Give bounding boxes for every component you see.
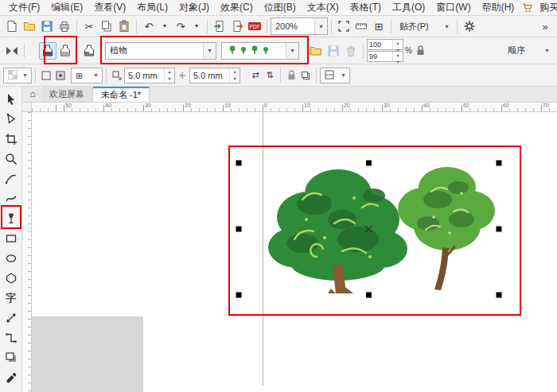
ellipse-tool[interactable]	[1, 248, 21, 268]
shape-tool[interactable]	[1, 109, 21, 129]
pattern-category-dropdown-icon[interactable]: ▾	[203, 43, 216, 59]
tile-height-steppers[interactable]: ▴▾	[229, 68, 240, 83]
order-dropdown[interactable]: 顺序 ▾	[503, 42, 554, 60]
selection-handle[interactable]	[497, 227, 502, 232]
tile-dropdown-icon[interactable]: ▾	[90, 68, 102, 83]
transparency-target-button[interactable]	[53, 68, 68, 83]
tile-link-icon[interactable]	[175, 68, 189, 83]
selection-handle[interactable]	[497, 293, 502, 298]
wrap-dropdown-icon[interactable]: ▾	[337, 68, 349, 83]
options-gear-icon[interactable]	[461, 17, 478, 35]
print-button[interactable]	[56, 17, 73, 35]
menu-item-view[interactable]: 查看(V)	[88, 1, 131, 14]
copy-button[interactable]	[98, 17, 115, 35]
pattern-preview-picker[interactable]: ▾	[221, 42, 299, 60]
snap-dropdown-icon[interactable]: ▾	[441, 18, 453, 34]
drawing-canvas[interactable]	[32, 112, 557, 392]
left-tree[interactable]	[268, 169, 407, 293]
tile-width-field[interactable]: 5.0 mm ▴▾	[124, 68, 175, 83]
open-pattern-button[interactable]	[307, 42, 325, 60]
delete-pattern-button[interactable]	[342, 42, 360, 60]
cut-button[interactable]: ✂	[80, 17, 98, 35]
show-rulers-button[interactable]	[353, 17, 370, 35]
menu-item-edit[interactable]: 编辑(E)	[45, 1, 88, 14]
import-button[interactable]	[211, 17, 228, 35]
transparency-tool[interactable]	[1, 208, 21, 228]
tab-welcome-screen[interactable]: 欢迎屏幕	[41, 87, 93, 102]
selection-handle[interactable]	[366, 293, 372, 298]
undo-dropdown-icon[interactable]: ▾	[158, 19, 172, 33]
background-transparency-steppers[interactable]: ▴▾	[392, 52, 403, 61]
dimension-tool[interactable]	[1, 308, 21, 328]
right-tree[interactable]	[398, 167, 495, 290]
copy-properties-button[interactable]	[298, 68, 313, 83]
menu-item-effects[interactable]: 效果(C)	[215, 1, 259, 14]
eyedropper-tool[interactable]	[1, 367, 21, 387]
menu-item-tools[interactable]: 工具(O)	[387, 1, 430, 14]
edit-transparency-button[interactable]	[39, 68, 53, 83]
selection-handle[interactable]	[236, 227, 242, 232]
menu-item-buy[interactable]: 购买	[534, 1, 557, 14]
connector-tool[interactable]	[1, 328, 21, 347]
vertical-ruler[interactable]	[22, 112, 32, 392]
transparency-picker-mini[interactable]: ▾	[3, 68, 32, 83]
tab-untitled-document[interactable]: 未命名 -1*	[93, 87, 150, 102]
transparency-type-icon[interactable]	[3, 42, 21, 60]
crop-tool[interactable]	[1, 129, 21, 149]
new-document-button[interactable]	[3, 17, 21, 35]
show-grid-button[interactable]: ⊞	[370, 17, 388, 35]
undo-button[interactable]: ↶	[140, 17, 158, 35]
selection-handle[interactable]	[366, 161, 372, 166]
fullscreen-preview-button[interactable]	[335, 17, 353, 35]
menu-item-text[interactable]: 文本(X)	[302, 1, 345, 14]
fountain-transparency-button[interactable]	[56, 42, 74, 60]
menu-item-file[interactable]: 文件(F)	[3, 1, 45, 14]
paste-button[interactable]	[115, 17, 133, 35]
trees-drawing[interactable]	[223, 144, 525, 343]
menu-item-table[interactable]: 表格(T)	[345, 1, 387, 14]
tile-arrangement-dropdown[interactable]: ⊞ ▾	[71, 68, 103, 83]
rectangle-tool[interactable]	[1, 228, 21, 248]
selection-handle[interactable]	[236, 293, 242, 298]
publish-pdf-button[interactable]: PDF	[246, 17, 263, 35]
pattern-category-select[interactable]: 植物 ▾	[105, 42, 216, 60]
mini-picker-dropdown-icon[interactable]: ▾	[19, 68, 31, 83]
selection-handle[interactable]	[497, 161, 502, 166]
tile-height-field[interactable]: 5.0 mm ▴▾	[189, 68, 240, 83]
tile-width-steppers[interactable]: ▴▾	[164, 68, 174, 83]
pick-tool[interactable]	[1, 89, 21, 109]
mirror-horizontal-button[interactable]: ⇄	[248, 68, 263, 83]
pattern-preview-dropdown-icon[interactable]: ▾	[286, 43, 298, 59]
background-transparency-field[interactable]: 99 ▴▾	[367, 51, 403, 62]
foreground-transparency-field[interactable]: 100 ▴▾	[367, 39, 403, 50]
redo-dropdown-icon[interactable]: ▾	[189, 19, 204, 33]
text-tool[interactable]: 字	[1, 288, 21, 308]
menu-item-object[interactable]: 对象(J)	[173, 1, 215, 14]
artistic-media-tool[interactable]	[1, 188, 21, 208]
menu-item-bitmaps[interactable]: 位图(B)	[259, 1, 302, 14]
drop-shadow-tool[interactable]	[1, 347, 21, 367]
save-pattern-button[interactable]	[325, 42, 342, 60]
menu-item-window[interactable]: 窗口(W)	[430, 1, 476, 14]
polygon-tool[interactable]	[1, 268, 21, 288]
menu-item-layout[interactable]: 布局(L)	[131, 1, 173, 14]
uniform-transparency-button[interactable]	[39, 42, 56, 60]
selection-handle[interactable]	[236, 161, 242, 166]
zoom-tool[interactable]	[1, 149, 21, 169]
export-button[interactable]	[228, 17, 246, 35]
open-document-button[interactable]	[21, 17, 38, 35]
home-icon[interactable]: ⌂	[25, 87, 40, 101]
mirror-vertical-button[interactable]: ⇅	[263, 68, 277, 83]
lock-ratio-icon[interactable]	[284, 68, 298, 83]
wrap-options-dropdown[interactable]: ▾	[320, 68, 350, 83]
zoom-level-select[interactable]: 200% ▾	[271, 17, 328, 35]
snap-to-dropdown[interactable]: 贴齐(P) ▾	[395, 17, 454, 35]
pattern-transparency-button[interactable]	[80, 42, 98, 60]
freehand-tool[interactable]	[1, 169, 21, 188]
toolbar-overflow-icon[interactable]: »	[536, 17, 554, 35]
zoom-dropdown-icon[interactable]: ▾	[314, 18, 327, 34]
order-dropdown-icon[interactable]: ▾	[541, 43, 553, 59]
horizontal-ruler[interactable]: 50 40 30 20 10 0 10 20 30 40 50 60 70	[32, 103, 557, 112]
foreground-transparency-steppers[interactable]: ▴▾	[392, 40, 403, 49]
lock-transparency-icon[interactable]	[414, 44, 428, 58]
